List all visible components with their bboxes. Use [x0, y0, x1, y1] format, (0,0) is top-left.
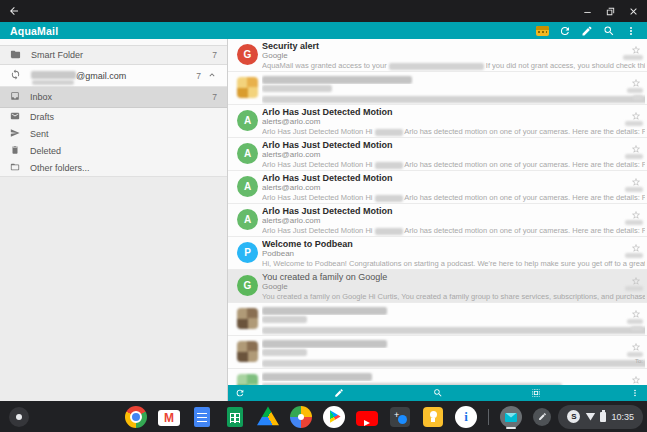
sent-icon [10, 128, 20, 140]
redacted-text [627, 319, 643, 324]
email-row[interactable]: GYou created a family on GoogleGoogleYou… [228, 270, 647, 303]
email-row[interactable]: AArlo Has Just Detected Motionalerts@arl… [228, 204, 647, 237]
shelf-app-sheets-icon[interactable] [224, 405, 246, 429]
shelf-separator [488, 409, 489, 425]
email-row[interactable]: GSecurity alertGoogleAquaMail was grante… [228, 39, 647, 72]
restore-button[interactable] [605, 6, 616, 17]
email-row[interactable]: AArlo Has Just Detected Motionalerts@arl… [228, 105, 647, 138]
tray-status-icon: S [567, 410, 580, 423]
sidebar-item-other-folders[interactable]: Other folders... [0, 159, 227, 176]
back-icon[interactable] [8, 5, 20, 17]
sidebar-item-inbox[interactable]: Inbox7 [0, 87, 227, 108]
redacted-text [631, 326, 643, 331]
email-sender [262, 348, 645, 358]
shelf-app-photos-icon[interactable] [290, 405, 312, 429]
sender-avatar[interactable] [237, 374, 258, 385]
sender-avatar[interactable]: G [237, 275, 258, 296]
drive-icon [257, 406, 279, 428]
chevron-up-icon[interactable] [207, 70, 217, 82]
sender-avatar[interactable]: A [237, 110, 258, 131]
refresh-icon[interactable] [235, 388, 245, 398]
sender-avatar[interactable]: P [237, 242, 258, 263]
email-sender: Google [262, 51, 645, 61]
shelf-app-youtube-icon[interactable] [356, 405, 378, 429]
shelf-apps: Mi [125, 405, 522, 429]
email-subject [262, 371, 645, 381]
refresh-icon[interactable] [559, 25, 571, 37]
email-row[interactable]: PWelcome to PodbeanPodbeanHi, Welcome to… [228, 237, 647, 270]
sidebar-item-deleted[interactable]: Deleted [0, 142, 227, 159]
unlock-premium-icon[interactable] [536, 26, 549, 36]
compose-icon[interactable] [334, 388, 344, 398]
email-row[interactable]: AArlo Has Just Detected Motionalerts@arl… [228, 138, 647, 171]
sender-avatar[interactable]: A [237, 176, 258, 197]
sender-avatar[interactable]: A [237, 143, 258, 164]
sender-avatar[interactable] [237, 341, 258, 362]
wifi-icon [585, 413, 595, 421]
sender-avatar[interactable] [237, 308, 258, 329]
email-row[interactable] [228, 369, 647, 385]
minimize-button[interactable] [582, 6, 593, 17]
gmail-icon: M [158, 410, 180, 426]
sender-avatar[interactable] [237, 77, 258, 98]
launcher-button[interactable] [9, 407, 29, 427]
email-meta: To: [635, 358, 643, 364]
shelf-app-calculator-icon[interactable] [389, 405, 411, 429]
star-icon[interactable] [631, 371, 641, 385]
email-subject: Arlo Has Just Detected Motion [262, 206, 645, 216]
email-snippet [262, 325, 645, 335]
email-row[interactable] [228, 72, 647, 105]
email-list-pane: GSecurity alertGoogleAquaMail was grante… [228, 39, 647, 401]
shelf-app-play-store-icon[interactable] [323, 405, 345, 429]
email-meta [631, 325, 643, 331]
email-subject: Arlo Has Just Detected Motion [262, 140, 645, 150]
email-sender: alerts@arlo.com [262, 216, 645, 226]
folder-icon [10, 49, 21, 62]
email-snippet: Arlo Has Just Detected Motion Hi Arlo ha… [262, 160, 645, 170]
search-icon[interactable] [433, 388, 443, 398]
shelf-app-get-help-icon[interactable]: i [455, 405, 477, 429]
email-meta [633, 94, 643, 100]
docs-icon [194, 407, 210, 427]
shelf-app-docs-icon[interactable] [191, 405, 213, 429]
redacted-text [389, 63, 484, 70]
email-subject: Arlo Has Just Detected Motion [262, 173, 645, 183]
redacted-text [262, 349, 307, 356]
overflow-menu-icon[interactable] [630, 388, 640, 398]
app-toolbar: AquaMail [0, 22, 647, 39]
stylus-tools-button[interactable] [533, 408, 551, 426]
email-row[interactable]: To: [228, 336, 647, 369]
smart-folder-count: 7 [212, 50, 217, 60]
screen: AquaMail Smart Folder 7 @gmail.com 7 [0, 0, 647, 432]
email-snippet [262, 94, 645, 104]
redacted-text [625, 187, 643, 192]
email-snippet: AquaMail was granted access to your If y… [262, 61, 645, 71]
search-icon[interactable] [603, 25, 615, 37]
email-rows: GSecurity alertGoogleAquaMail was grante… [228, 39, 647, 385]
shelf-app-chrome-icon[interactable] [125, 405, 147, 429]
shelf-app-gmail-icon[interactable]: M [158, 405, 180, 429]
shelf-app-drive-icon[interactable] [257, 405, 279, 429]
email-snippet: Hi, Welcome to Podbean! Congratulations … [262, 259, 645, 269]
close-button[interactable] [628, 6, 639, 17]
sidebar-empty-area [0, 176, 227, 401]
sender-avatar[interactable]: G [237, 44, 258, 65]
redacted-text [262, 96, 645, 103]
email-row[interactable]: AArlo Has Just Detected Motionalerts@arl… [228, 171, 647, 204]
shelf-app-keep-icon[interactable] [422, 405, 444, 429]
compose-icon[interactable] [581, 25, 593, 37]
smart-folder-label: Smart Folder [31, 50, 83, 60]
email-row[interactable] [228, 303, 647, 336]
sender-avatar[interactable]: A [237, 209, 258, 230]
sidebar-item-smart-folder[interactable]: Smart Folder 7 [0, 45, 227, 65]
shelf-app-aquamail-icon[interactable] [500, 405, 522, 429]
sidebar-item-sent[interactable]: Sent [0, 125, 227, 142]
sidebar-account-row[interactable]: @gmail.com 7 [0, 65, 227, 87]
drafts-icon [10, 111, 20, 123]
select-mode-icon[interactable] [531, 388, 541, 398]
sidebar-item-drafts[interactable]: Drafts [0, 108, 227, 125]
email-sender: alerts@arlo.com [262, 117, 645, 127]
folder-list: Inbox7DraftsSentDeletedOther folders... [0, 87, 227, 176]
overflow-menu-icon[interactable] [625, 25, 637, 37]
status-tray[interactable]: S 10:35 [558, 405, 643, 429]
